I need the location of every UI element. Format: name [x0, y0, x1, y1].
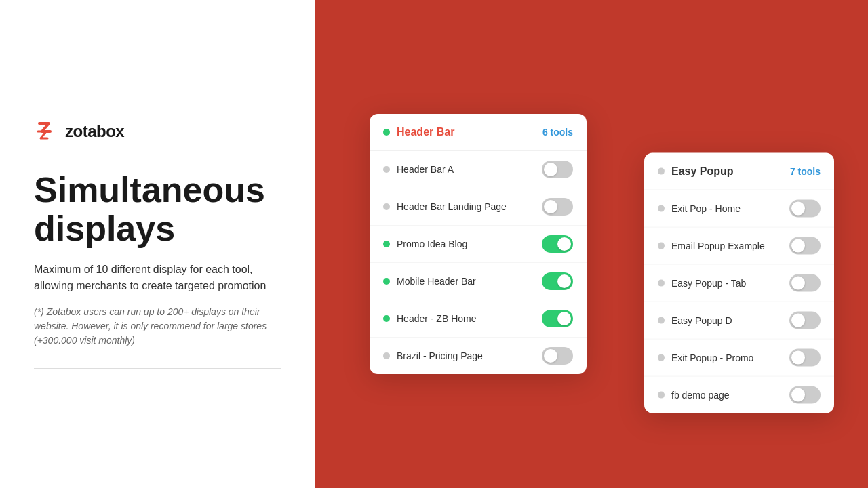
row-label: Header Bar A	[397, 164, 454, 175]
table-row: fb demo page	[644, 377, 834, 413]
row-status-dot	[383, 203, 390, 210]
divider	[34, 368, 281, 369]
row-status-dot	[658, 317, 665, 324]
main-card-title: Header Bar	[397, 126, 454, 138]
toggle-switch[interactable]	[542, 310, 573, 327]
table-row: Easy Popup - Tab	[644, 265, 834, 302]
main-title: Simultaneous displays	[34, 171, 281, 248]
main-card-header: Header Bar 6 tools	[370, 114, 587, 151]
zotabox-logo-icon	[34, 119, 58, 144]
row-label: Exit Pop - Home	[671, 203, 741, 214]
row-status-dot	[658, 243, 665, 249]
table-row: Mobile Header Bar	[370, 263, 587, 300]
table-row: Promo Idea Blog	[370, 226, 587, 263]
table-row: Header - ZB Home	[370, 300, 587, 338]
right-panel: Header Bar 6 tools Header Bar A Header B…	[315, 0, 868, 488]
table-row: Exit Popup - Promo	[644, 340, 834, 377]
toggle-switch[interactable]	[542, 235, 573, 253]
logo: zotabox	[34, 119, 281, 144]
row-label: Email Popup Example	[671, 241, 765, 251]
toggle-switch[interactable]	[789, 274, 821, 292]
row-label: Promo Idea Blog	[397, 239, 467, 249]
table-row: Brazil - Pricing Page	[370, 338, 587, 374]
secondary-card-header-left: Easy Popup	[658, 165, 734, 178]
table-row: Email Popup Example	[644, 228, 834, 265]
row-label: Easy Popup - Tab	[671, 278, 746, 289]
toggle-switch[interactable]	[542, 198, 573, 216]
row-status-dot	[383, 166, 390, 173]
secondary-card-badge: 7 tools	[790, 166, 821, 177]
secondary-card-header: Easy Popup 7 tools	[644, 153, 834, 190]
main-card: Header Bar 6 tools Header Bar A Header B…	[370, 114, 587, 374]
table-row: Header Bar A	[370, 151, 587, 188]
toggle-switch[interactable]	[789, 386, 821, 404]
row-label: Mobile Header Bar	[397, 276, 476, 287]
toggle-switch[interactable]	[542, 161, 573, 178]
row-label: Brazil - Pricing Page	[397, 350, 483, 361]
table-row: Easy Popup D	[644, 302, 834, 340]
row-label: fb demo page	[671, 390, 730, 401]
row-status-dot	[383, 315, 390, 322]
main-card-header-left: Header Bar	[383, 126, 454, 138]
main-card-badge: 6 tools	[542, 127, 573, 138]
toggle-switch[interactable]	[542, 272, 573, 290]
row-status-dot	[383, 278, 390, 285]
toggle-switch[interactable]	[542, 347, 573, 365]
left-panel: zotabox Simultaneous displays Maximum of…	[0, 0, 315, 488]
secondary-card: Easy Popup 7 tools Exit Pop - Home Email…	[644, 153, 834, 413]
logo-text: zotabox	[65, 122, 124, 141]
toggle-switch[interactable]	[789, 237, 821, 255]
toggle-switch[interactable]	[789, 312, 821, 329]
toggle-switch[interactable]	[789, 349, 821, 367]
row-status-dot	[658, 392, 665, 399]
row-label: Exit Popup - Promo	[671, 352, 753, 363]
row-status-dot	[383, 241, 390, 247]
row-label: Header Bar Landing Page	[397, 201, 507, 212]
toggle-switch[interactable]	[789, 200, 821, 218]
description-text: Maximum of 10 different display for each…	[34, 262, 281, 294]
footnote-text: (*) Zotabox users can run up to 200+ dis…	[34, 305, 281, 348]
main-card-status-dot	[383, 129, 390, 136]
row-status-dot	[658, 354, 665, 361]
row-status-dot	[383, 352, 390, 359]
secondary-card-status-dot	[658, 168, 665, 175]
row-label: Easy Popup D	[671, 315, 732, 326]
table-row: Header Bar Landing Page	[370, 188, 587, 226]
table-row: Exit Pop - Home	[644, 190, 834, 228]
row-status-dot	[658, 205, 665, 212]
row-status-dot	[658, 280, 665, 287]
row-label: Header - ZB Home	[397, 313, 476, 324]
secondary-card-title: Easy Popup	[671, 165, 734, 178]
